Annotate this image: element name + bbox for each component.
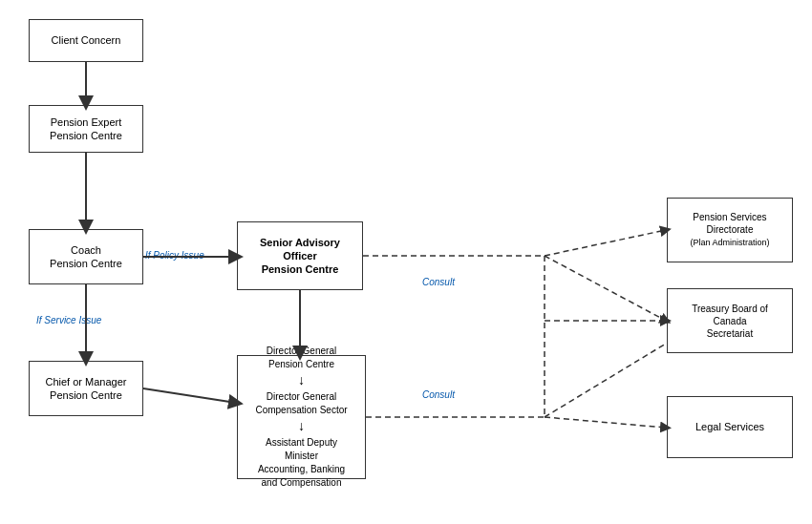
client-concern-label: Client Concern [52, 33, 121, 47]
consult-top-label: Consult [422, 277, 455, 287]
pension-expert-box: Pension Expert Pension Centre [29, 105, 143, 153]
svg-line-10 [545, 344, 666, 417]
svg-line-8 [545, 256, 666, 321]
director-general-block: Director GeneralPension Centre ↓ Directo… [237, 355, 366, 479]
pension-expert-label: Pension Expert Pension Centre [50, 115, 122, 143]
legal-services-box: Legal Services [667, 396, 793, 458]
svg-line-4 [143, 388, 236, 403]
svg-line-11 [545, 417, 666, 428]
senior-advisory-label: Senior Advisory Officer Pension Centre [260, 236, 340, 277]
diagram: Client Concern Pension Expert Pension Ce… [0, 0, 812, 524]
if-service-issue-label: If Service Issue [36, 315, 101, 325]
pension-services-label: Pension ServicesDirectorate(Plan Adminis… [690, 211, 769, 249]
senior-advisory-box: Senior Advisory Officer Pension Centre [237, 221, 363, 290]
consult-bottom-label: Consult [422, 389, 455, 400]
pension-services-box: Pension ServicesDirectorate(Plan Adminis… [667, 198, 793, 262]
treasury-board-label: Treasury Board of Canada Secretariat [692, 303, 768, 340]
svg-line-7 [545, 230, 666, 256]
coach-label: Coach Pension Centre [50, 243, 122, 271]
chief-manager-box: Chief or Manager Pension Centre [29, 361, 143, 416]
director-general-text: Director GeneralPension Centre ↓ Directo… [255, 345, 347, 489]
legal-services-label: Legal Services [695, 420, 764, 433]
client-concern-box: Client Concern [29, 19, 143, 62]
chief-manager-label: Chief or Manager Pension Centre [46, 375, 127, 403]
if-policy-issue-label: If Policy Issue [145, 250, 204, 261]
coach-box: Coach Pension Centre [29, 229, 143, 284]
treasury-board-box: Treasury Board of Canada Secretariat [667, 288, 793, 353]
